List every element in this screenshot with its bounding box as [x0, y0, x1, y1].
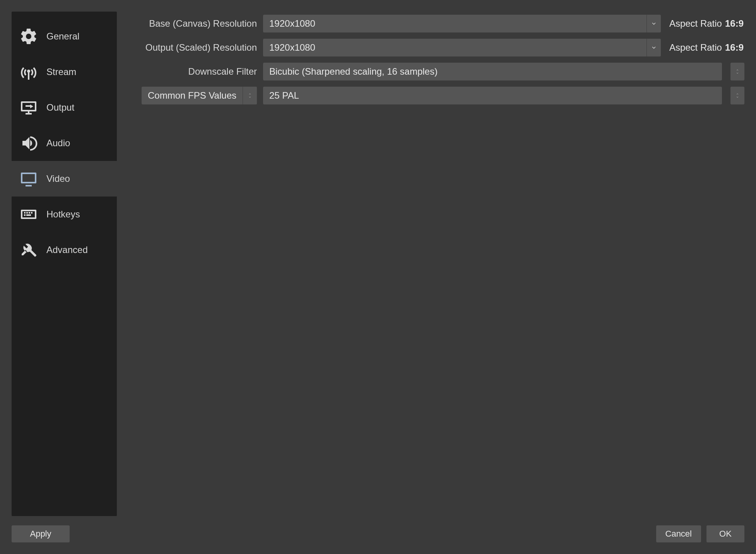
row-fps: Common FPS Values 25 PAL [131, 87, 744, 104]
antenna-icon [18, 61, 39, 83]
fps-type-value: Common FPS Values [142, 90, 243, 101]
dialog-footer: Apply Cancel OK [0, 516, 756, 554]
apply-button[interactable]: Apply [12, 525, 70, 542]
sidebar-item-label: General [46, 31, 79, 42]
gear-icon [18, 26, 39, 47]
row-base-resolution: Base (Canvas) Resolution 1920x1080 Aspec… [131, 15, 744, 32]
sidebar-item-output[interactable]: Output [12, 90, 117, 125]
output-resolution-value: 1920x1080 [263, 42, 647, 53]
tools-icon [18, 239, 39, 261]
monitor-arrow-icon [18, 97, 39, 118]
label-downscale-filter: Downscale Filter [131, 66, 257, 77]
base-aspect-ratio: Aspect Ratio 16:9 [667, 18, 744, 29]
fps-value: 25 PAL [263, 90, 722, 101]
ok-button[interactable]: OK [706, 525, 744, 542]
label-output-resolution: Output (Scaled) Resolution [131, 42, 257, 53]
keyboard-icon [18, 203, 39, 225]
downscale-filter-value: Bicubic (Sharpened scaling, 16 samples) [263, 66, 722, 77]
sidebar-item-hotkeys[interactable]: Hotkeys [12, 197, 117, 232]
output-aspect-ratio: Aspect Ratio 16:9 [667, 42, 744, 53]
stepper-icon[interactable] [243, 87, 257, 104]
speaker-icon [18, 132, 39, 154]
sidebar-item-label: Video [46, 173, 70, 184]
sidebar-item-label: Stream [46, 67, 76, 77]
sidebar-item-label: Advanced [46, 245, 88, 255]
sidebar-item-label: Output [46, 102, 74, 113]
sidebar-item-label: Audio [46, 138, 70, 149]
video-settings-panel: Base (Canvas) Resolution 1920x1080 Aspec… [131, 12, 744, 516]
output-resolution-combobox[interactable]: 1920x1080 [263, 39, 661, 56]
sidebar-item-label: Hotkeys [46, 209, 80, 220]
base-resolution-combobox[interactable]: 1920x1080 [263, 15, 661, 32]
sidebar-item-audio[interactable]: Audio [12, 125, 117, 161]
monitor-icon [18, 168, 39, 190]
downscale-filter-select[interactable]: Bicubic (Sharpened scaling, 16 samples) [263, 63, 722, 80]
chevron-down-icon[interactable] [647, 15, 661, 32]
fps-type-select[interactable]: Common FPS Values [142, 87, 257, 104]
sidebar-item-stream[interactable]: Stream [12, 54, 117, 90]
settings-sidebar: General Stream Output Audio Video [12, 12, 117, 516]
stepper-icon[interactable] [730, 87, 744, 104]
base-resolution-value: 1920x1080 [263, 18, 647, 29]
fps-value-select[interactable]: 25 PAL [263, 87, 722, 104]
sidebar-item-general[interactable]: General [12, 19, 117, 54]
stepper-icon[interactable] [730, 63, 744, 80]
row-output-resolution: Output (Scaled) Resolution 1920x1080 Asp… [131, 39, 744, 56]
chevron-down-icon[interactable] [647, 39, 661, 56]
label-base-resolution: Base (Canvas) Resolution [131, 18, 257, 29]
cancel-button[interactable]: Cancel [656, 525, 701, 542]
row-downscale-filter: Downscale Filter Bicubic (Sharpened scal… [131, 63, 744, 80]
sidebar-item-video[interactable]: Video [12, 161, 117, 197]
sidebar-item-advanced[interactable]: Advanced [12, 232, 117, 268]
